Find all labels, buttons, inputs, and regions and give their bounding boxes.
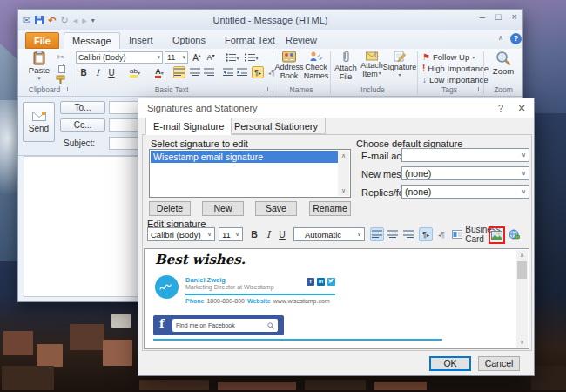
cancel-button[interactable]: Cancel [478, 356, 520, 371]
font-color-button[interactable]: A ▾ [149, 66, 170, 78]
increase-indent-button[interactable] [236, 66, 248, 78]
help-icon[interactable]: ? [510, 33, 522, 44]
clipboard-dialog-launcher-icon[interactable] [64, 87, 68, 91]
preview-scroll-thumb[interactable] [517, 261, 527, 279]
close-button[interactable]: × [512, 11, 517, 22]
low-importance-button[interactable]: ↓ Low Importance [422, 74, 489, 84]
underline-button[interactable]: U [105, 66, 118, 78]
ltr-direction-button[interactable]: ¶▸ [252, 66, 264, 78]
attach-item-button[interactable]: Attach Item▾ [360, 51, 384, 78]
align-left-button[interactable] [173, 66, 185, 78]
sig-align-right-button[interactable] [401, 227, 415, 241]
insert-hyperlink-button[interactable] [508, 227, 521, 241]
cut-button[interactable]: ✂ [55, 51, 66, 62]
preview-scrollbar[interactable]: ∧ ∨ [516, 250, 528, 348]
facebook-banner[interactable]: f Find me on Facebook [153, 315, 284, 335]
tab-email-signature[interactable]: E-mail Signature [145, 118, 232, 135]
format-painter-button[interactable] [55, 74, 66, 84]
dialog-close-button[interactable]: ✕ [511, 98, 532, 118]
align-right-icon [204, 68, 214, 77]
font-name-combo[interactable]: Calibri (Body) ▾ [76, 51, 163, 64]
font-size-combo[interactable]: 11 ▾ [165, 51, 188, 64]
attach-file-button[interactable]: Attach File [334, 51, 358, 81]
high-importance-button[interactable]: ! High Importance [422, 63, 489, 73]
sig-align-left-button[interactable] [370, 227, 384, 241]
window-titlebar[interactable]: Untitled - Message (HTML) ✉ ↶ ↻ ◂ ▸ ▾ – … [18, 10, 522, 30]
linkedin-icon[interactable]: in [317, 278, 325, 286]
sig-underline-button[interactable]: U [276, 227, 288, 241]
align-center-button[interactable] [189, 66, 201, 78]
redo-icon[interactable]: ↻ [60, 15, 68, 26]
sig-italic-button[interactable]: I [262, 227, 274, 241]
save-icon[interactable] [35, 16, 44, 24]
check-names-button[interactable]: ✓✓ Check Names [304, 51, 328, 80]
cc-button[interactable]: Cc... [60, 118, 105, 132]
facebook-icon[interactable]: f [307, 278, 314, 286]
save-button[interactable]: Save [255, 201, 297, 216]
sig-color-combo[interactable]: Automatic ∨ [293, 227, 365, 241]
decrease-indent-button[interactable] [222, 66, 234, 78]
scroll-down-icon[interactable]: ∨ [338, 186, 349, 196]
website-value[interactable]: www.wisestamp.com [273, 298, 330, 304]
sig-align-center-button[interactable] [386, 227, 400, 241]
numbering-button[interactable]: ▾ [243, 51, 260, 64]
tab-personal-stationery[interactable]: Personal Stationery [226, 118, 326, 134]
dialog-help-button[interactable]: ? [490, 98, 511, 118]
sig-font-combo[interactable]: Calibri (Body) ∨ [147, 227, 215, 241]
align-right-button[interactable] [203, 66, 215, 78]
facebook-banner-search[interactable]: Find me on Facebook [172, 319, 278, 332]
tags-dialog-launcher-icon[interactable] [475, 87, 479, 91]
sig-rtl-button[interactable]: ◂¶ [435, 227, 448, 241]
signature-button[interactable]: Signature ▾ [386, 51, 414, 78]
new-messages-combo[interactable]: (none) ∨ [401, 166, 529, 180]
signature-listbox[interactable]: Wisestamp email signature ∧ ∨ [149, 149, 351, 198]
bold-button[interactable]: B [77, 66, 90, 78]
tab-insert[interactable]: Insert [121, 32, 161, 49]
tab-file[interactable]: File [25, 32, 59, 49]
back-icon[interactable]: ◂ [73, 15, 78, 26]
maximize-button[interactable]: □ [495, 11, 502, 22]
address-book-button[interactable]: Address Book [276, 51, 302, 80]
sig-ltr-button[interactable]: ¶▸ [419, 227, 433, 241]
replies-forwards-combo[interactable]: (none) ∨ [401, 185, 529, 199]
tab-format-text[interactable]: Format Text [217, 32, 283, 49]
underline-icon: U [108, 68, 114, 78]
insert-picture-button[interactable] [490, 228, 503, 242]
bullets-button[interactable]: ▾ [224, 51, 241, 64]
minimize-button[interactable]: – [480, 11, 485, 22]
new-button[interactable]: New [202, 201, 244, 216]
qat-customize-icon[interactable]: ▾ [91, 17, 95, 24]
tab-message[interactable]: Message [64, 32, 120, 49]
scroll-up-icon[interactable]: ∧ [338, 151, 349, 161]
delete-button[interactable]: Delete [149, 201, 191, 216]
signature-preview[interactable]: Best wishes. Daniel Zweig Marketing Dire… [144, 248, 529, 349]
grow-font-button[interactable]: A▴ [191, 51, 203, 64]
twitter-icon[interactable] [327, 278, 335, 286]
dialog-titlebar[interactable]: Signatures and Stationery ? ✕ [138, 98, 534, 118]
zoom-button[interactable]: Zoom [489, 51, 518, 76]
ok-button[interactable]: OK [429, 356, 471, 371]
signature-list-item[interactable]: Wisestamp email signature [151, 151, 338, 163]
tab-options[interactable]: Options [165, 32, 213, 49]
business-card-button[interactable]: Business Card [452, 227, 515, 241]
tab-review[interactable]: Review [278, 32, 325, 49]
undo-icon[interactable]: ↶ [48, 15, 56, 26]
rename-button[interactable]: Rename [309, 201, 351, 216]
preview-scroll-up-icon[interactable]: ∧ [516, 250, 528, 260]
highlight-button[interactable]: ab ▾ [125, 66, 145, 78]
sig-bold-button[interactable]: B [248, 227, 260, 241]
italic-button[interactable]: I [91, 66, 104, 78]
listbox-scrollbar[interactable]: ∧ ∨ [338, 151, 349, 196]
paste-button[interactable]: Paste ▾ [25, 51, 53, 82]
copy-button[interactable] [55, 63, 66, 73]
follow-up-button[interactable]: ⚑ Follow Up ▾ [422, 51, 475, 62]
shrink-font-button[interactable]: A▾ [205, 51, 217, 64]
send-button[interactable]: Send [23, 102, 55, 142]
basic-text-dialog-launcher-icon[interactable] [264, 87, 268, 91]
forward-icon[interactable]: ▸ [82, 15, 87, 26]
collapse-ribbon-icon[interactable]: ∧ [498, 34, 503, 42]
sig-size-combo[interactable]: 11 ∨ [219, 227, 243, 241]
to-button[interactable]: To... [60, 101, 105, 114]
preview-scroll-down-icon[interactable]: ∨ [516, 337, 528, 348]
email-account-combo[interactable]: ∨ [401, 148, 529, 162]
